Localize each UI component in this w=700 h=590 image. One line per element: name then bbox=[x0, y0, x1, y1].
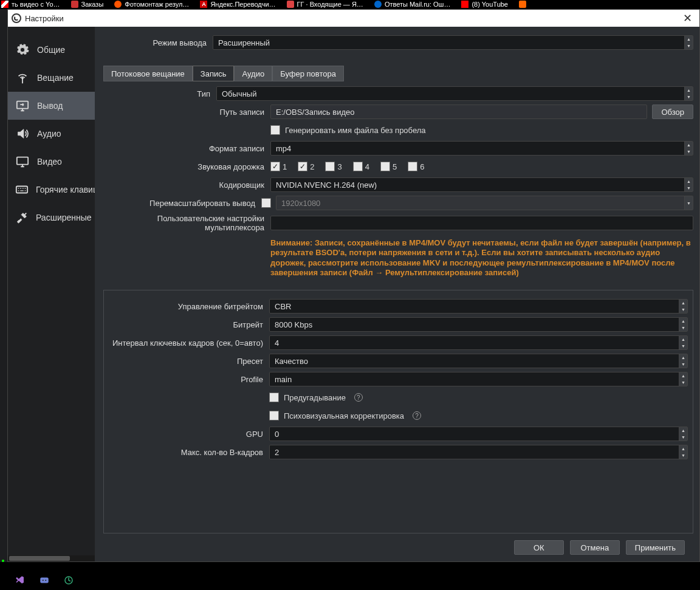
bframes-spinbox[interactable]: 2 ▲▼ bbox=[269, 445, 688, 459]
sidebar-item-video[interactable]: Видео bbox=[8, 148, 95, 176]
preset-select[interactable]: Качество ▲▼ bbox=[269, 354, 688, 368]
sidebar-item-audio[interactable]: Аудио bbox=[8, 120, 95, 148]
app-icon[interactable] bbox=[63, 575, 74, 586]
browser-tab-bar: ть видео с Yo… Заказы Фотомонтаж резул… … bbox=[0, 0, 700, 9]
profile-select[interactable]: main ▲▼ bbox=[269, 372, 688, 386]
rec-path-label: Путь записи bbox=[103, 108, 270, 117]
keyboard-icon bbox=[14, 182, 30, 197]
browser-tab[interactable]: АЯндекс.Переводчи… bbox=[200, 0, 275, 9]
gpu-spinbox[interactable]: 0 ▲▼ bbox=[269, 427, 688, 441]
site-icon bbox=[71, 1, 78, 8]
track-4-checkbox[interactable] bbox=[353, 162, 363, 171]
visual-studio-icon[interactable] bbox=[15, 575, 26, 586]
sidebar-item-label: Вывод bbox=[37, 101, 63, 111]
sidebar-scrollbar[interactable] bbox=[8, 555, 95, 561]
rec-format-label: Формат записи bbox=[103, 144, 270, 153]
youtube-icon bbox=[461, 1, 468, 8]
rec-type-select[interactable]: Обычный ▲▼ bbox=[216, 86, 693, 101]
mp4-warning-text: Внимание: Записи, сохранённые в MP4/MOV … bbox=[270, 236, 693, 284]
sidebar-item-general[interactable]: Общие bbox=[8, 36, 95, 64]
site-icon bbox=[114, 1, 122, 8]
sidebar-item-output[interactable]: Вывод bbox=[8, 92, 95, 120]
track-5-checkbox[interactable] bbox=[380, 162, 390, 171]
mail-icon bbox=[287, 1, 294, 8]
help-icon[interactable]: ? bbox=[354, 393, 363, 402]
input-value: 8000 Kbps bbox=[275, 320, 312, 329]
input-value: 4 bbox=[275, 338, 279, 348]
input-value: 0 bbox=[275, 430, 279, 439]
monitor-arrow-icon bbox=[14, 98, 31, 113]
cancel-button[interactable]: Отмена bbox=[570, 540, 620, 555]
background-sliver bbox=[0, 9, 7, 562]
browse-button[interactable]: Обзор bbox=[652, 105, 693, 119]
select-value: Обычный bbox=[222, 89, 256, 98]
spin-arrows-icon[interactable]: ▲▼ bbox=[679, 336, 687, 349]
svg-point-0 bbox=[22, 78, 24, 80]
encoder-select[interactable]: NVIDIA NVENC H.264 (new) ▲▼ bbox=[270, 177, 693, 192]
sidebar-item-stream[interactable]: Вещание bbox=[8, 64, 95, 92]
tab-audio[interactable]: Аудио bbox=[234, 66, 272, 81]
bitrate-label: Битрейт bbox=[109, 320, 269, 329]
browser-tab[interactable]: ть видео с Yo… bbox=[1, 0, 60, 9]
window-title: Настройки bbox=[25, 14, 64, 23]
rate-control-select[interactable]: CBR ▲▼ bbox=[269, 299, 688, 314]
chevron-updown-icon: ▲▼ bbox=[684, 142, 693, 155]
input-value: E:/OBS/Запись видео bbox=[276, 108, 354, 117]
sidebar-item-label: Общие bbox=[37, 45, 65, 55]
help-icon[interactable]: ? bbox=[413, 411, 421, 420]
windows-taskbar bbox=[0, 571, 700, 590]
bframes-label: Макс. кол-во B-кадров bbox=[109, 448, 269, 457]
select-value: Качество bbox=[275, 357, 308, 366]
yandex-icon: А bbox=[200, 1, 207, 8]
window-titlebar: Настройки ✕ bbox=[8, 10, 699, 27]
select-value: 1920x1080 bbox=[281, 199, 320, 208]
mux-settings-input[interactable] bbox=[270, 216, 693, 230]
browser-tab[interactable] bbox=[519, 0, 529, 9]
chevron-updown-icon: ▲▼ bbox=[679, 372, 687, 386]
lookahead-checkbox[interactable] bbox=[269, 393, 279, 402]
discord-icon[interactable] bbox=[39, 575, 50, 586]
apply-button[interactable]: Применить bbox=[626, 540, 685, 555]
tab-recording[interactable]: Запись bbox=[193, 66, 235, 81]
browser-tab[interactable]: ГГ · Входящие — Я… bbox=[287, 0, 363, 9]
rec-format-select[interactable]: mp4 ▲▼ bbox=[270, 141, 693, 156]
browser-tab[interactable]: (8) YouTube bbox=[461, 0, 508, 9]
rescale-checkbox[interactable] bbox=[261, 198, 271, 208]
track-2-checkbox[interactable]: ✓ bbox=[298, 162, 307, 171]
encoder-label: Кодировщик bbox=[103, 180, 270, 190]
track-3-checkbox[interactable] bbox=[325, 162, 335, 171]
rate-control-label: Управление битрейтом bbox=[109, 302, 269, 311]
ok-button[interactable]: ОК bbox=[514, 540, 564, 555]
output-mode-select[interactable]: Расширенный ▲▼ bbox=[213, 35, 693, 50]
select-value: main bbox=[275, 375, 292, 384]
select-value: NVIDIA NVENC H.264 (new) bbox=[276, 180, 377, 190]
sidebar-item-label: Расширенные bbox=[36, 213, 92, 222]
preset-label: Пресет bbox=[109, 357, 269, 366]
tab-streaming[interactable]: Потоковое вещание bbox=[103, 66, 193, 81]
tab-replay-buffer[interactable]: Буфер повтора bbox=[272, 66, 344, 81]
spin-arrows-icon[interactable]: ▲▼ bbox=[679, 427, 687, 441]
sidebar-item-advanced[interactable]: Расширенные bbox=[8, 204, 95, 232]
bitrate-spinbox[interactable]: 8000 Kbps ▲▼ bbox=[269, 317, 688, 332]
browser-tab[interactable]: Заказы bbox=[71, 0, 104, 9]
spin-arrows-icon[interactable]: ▲▼ bbox=[679, 445, 687, 459]
sidebar-item-label: Видео bbox=[37, 157, 62, 166]
tools-icon bbox=[14, 210, 30, 225]
select-value: Расширенный bbox=[218, 38, 270, 47]
keyint-spinbox[interactable]: 4 ▲▼ bbox=[269, 335, 688, 350]
browser-tab[interactable]: Ответы Mail.ru: Ош… bbox=[374, 0, 451, 9]
psycho-visual-checkbox[interactable] bbox=[269, 411, 279, 420]
chevron-updown-icon: ▲▼ bbox=[684, 178, 693, 191]
close-button[interactable]: ✕ bbox=[679, 12, 696, 25]
browser-tab[interactable]: Фотомонтаж резул… bbox=[114, 0, 189, 9]
rescale-label: Перемасштабировать вывод bbox=[103, 199, 261, 208]
spin-arrows-icon[interactable]: ▲▼ bbox=[679, 318, 687, 331]
gen-filename-nospace-checkbox[interactable] bbox=[270, 125, 280, 135]
rec-path-input[interactable]: E:/OBS/Запись видео bbox=[270, 105, 647, 119]
dialog-footer: ОК Отмена Применить bbox=[103, 533, 693, 561]
track-6-checkbox[interactable] bbox=[408, 162, 417, 171]
sidebar-item-hotkeys[interactable]: Горячие клавиши bbox=[8, 176, 95, 204]
gpu-label: GPU bbox=[109, 430, 269, 439]
track-1-checkbox[interactable]: ✓ bbox=[270, 162, 280, 171]
select-value: mp4 bbox=[276, 144, 291, 153]
